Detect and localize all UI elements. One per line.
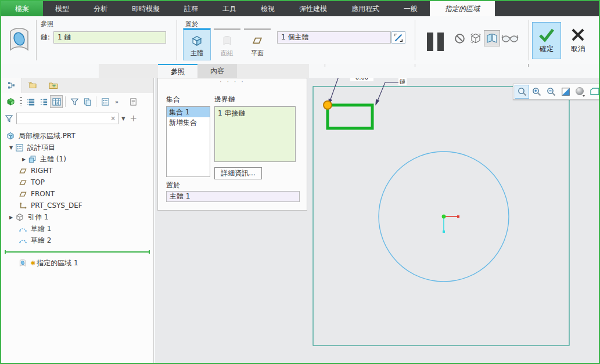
boundary-chain-collector[interactable]: 1 串接鏈: [214, 106, 296, 162]
favorites-tab[interactable]: [43, 78, 64, 93]
toolbar-handle[interactable]: [20, 97, 22, 106]
model-tree-icon: [7, 81, 16, 90]
chain-annotation-label[interactable]: 鏈: [398, 78, 407, 85]
expand-expander-icon[interactable]: ▶: [20, 157, 28, 162]
collapse-expander-icon[interactable]: ▼: [7, 145, 15, 150]
tree-settings-button[interactable]: [127, 95, 139, 108]
tree-filter-row: ✕ ▼ +: [1, 110, 153, 127]
menu-tab-view[interactable]: 檢視: [249, 1, 287, 16]
zoom-region-button[interactable]: [515, 85, 529, 99]
verify-glasses-icon[interactable]: [500, 30, 520, 46]
repaint-button[interactable]: [558, 85, 573, 99]
menubar: 檔案 模型 分析 即時模擬 註釋 工具 檢視 彈性建模 應用程式 一般 指定的區…: [1, 1, 599, 16]
saved-views-icon: [590, 87, 600, 97]
tree-item-extrude[interactable]: ▶ 引伸 1: [1, 211, 153, 223]
cancel-button[interactable]: 取消: [563, 22, 592, 59]
no-preview-icon[interactable]: [451, 30, 468, 46]
model-tree-tab[interactable]: [1, 78, 22, 93]
insert-here-indicator[interactable]: [5, 251, 150, 253]
sketch-outline-border: [313, 87, 569, 345]
reference-group-label: 參照: [41, 20, 53, 28]
expand-expander-icon[interactable]: ▶: [7, 215, 15, 220]
tree-item-design-items[interactable]: ▼ 設計項目: [1, 142, 153, 153]
tab-references[interactable]: 參照: [158, 64, 197, 78]
shaded-sphere-icon: [574, 86, 586, 98]
datum-plane-icon: [19, 190, 27, 199]
tree-columns-button[interactable]: [50, 95, 63, 108]
menu-tab-file[interactable]: 檔案: [1, 1, 43, 16]
selected-vertex[interactable]: [324, 101, 332, 109]
tree-item-designated-area[interactable]: ✱ 指定的區域 1: [1, 257, 153, 269]
tab-properties[interactable]: 內容: [197, 64, 237, 78]
panel-drag-handle[interactable]: · · · ·: [158, 78, 307, 85]
attached-preview-icon[interactable]: [484, 30, 500, 46]
placement-collector-field[interactable]: 1 個主體: [277, 31, 391, 44]
saved-views-button[interactable]: [587, 85, 600, 99]
model-display-button[interactable]: [5, 95, 17, 108]
folder-browser-tab[interactable]: [22, 78, 43, 93]
tree-search-input[interactable]: [16, 113, 118, 124]
clear-search-icon[interactable]: ✕: [110, 115, 116, 122]
menu-tab-analysis[interactable]: 分析: [81, 1, 120, 16]
selected-region-rectangle[interactable]: [328, 105, 372, 128]
ok-button[interactable]: 確定: [532, 22, 561, 59]
menu-tab-general[interactable]: 一般: [391, 1, 430, 16]
menu-tab-applications[interactable]: 應用程式: [339, 1, 391, 16]
new-feature-asterisk: ✱: [30, 260, 35, 267]
pause-button[interactable]: [427, 33, 444, 51]
group-separator-tick: [528, 64, 529, 67]
tab-indicator: [214, 28, 240, 30]
boundary-chain-label: 邊界鏈: [214, 95, 235, 104]
toolbar-overflow-button[interactable]: »: [115, 99, 118, 105]
set-list-item-selected[interactable]: 集合 1: [167, 107, 210, 117]
green-cube-icon: [6, 97, 16, 106]
zoom-out-button[interactable]: [544, 85, 558, 99]
placement-value-field[interactable]: 主體 1: [166, 191, 300, 202]
copy-tree-button[interactable]: [81, 95, 94, 108]
tree-item-bodies[interactable]: ▶ 主體 (1): [1, 153, 153, 165]
sets-list: 集合 1 新增集合: [166, 106, 210, 177]
dashboard-tab-band: 參照 內容: [1, 64, 599, 78]
menu-tab-annotate[interactable]: 註釋: [172, 1, 210, 16]
dimension-label[interactable]: 0.00: [350, 78, 373, 81]
ribbon: 參照 鏈: 1 鏈 置於 主體 面組 平面: [1, 16, 599, 64]
set-list-item-new[interactable]: 新增集合: [167, 117, 210, 128]
details-button[interactable]: 詳細資訊...: [214, 167, 262, 179]
expand-all-icon: [27, 98, 35, 106]
x-icon: [571, 27, 585, 42]
add-filter-button[interactable]: +: [130, 113, 137, 124]
chain-collector-field[interactable]: 1 鏈: [53, 31, 166, 44]
menu-tab-flexible-modeling[interactable]: 彈性建模: [287, 1, 339, 16]
quilt-icon: [221, 33, 233, 49]
designated-area-icon: [19, 258, 27, 268]
ribbon-separator: [529, 20, 529, 60]
placement-label: 置於: [166, 181, 180, 190]
detached-preview-icon[interactable]: [468, 30, 484, 46]
menu-tab-designated-area-active[interactable]: 指定的區域: [430, 1, 495, 16]
model-tree: 局部標示區域.PRT ▼ 設計項目 ▶ 主體 (1) RIGHT TOP: [1, 130, 153, 269]
collapse-all-button[interactable]: [37, 95, 50, 108]
chain-label: 鏈:: [41, 33, 50, 42]
menu-tab-live-simulation[interactable]: 即時模擬: [120, 1, 172, 16]
tree-item-csys[interactable]: PRT_CSYS_DEF: [1, 200, 153, 211]
search-dropdown-icon[interactable]: ▼: [121, 116, 125, 121]
placement-option-plane[interactable]: 平面: [243, 28, 271, 60]
tree-item-front-plane[interactable]: FRONT: [1, 188, 153, 200]
menu-tab-tools[interactable]: 工具: [210, 1, 249, 16]
tree-filters-button[interactable]: [68, 95, 81, 108]
show-list-button[interactable]: [99, 95, 112, 108]
menu-tab-model[interactable]: 模型: [43, 1, 81, 16]
tree-item-sketch-1[interactable]: 草繪 1: [1, 223, 153, 235]
csys-marker: [442, 215, 459, 233]
tree-item-sketch-2[interactable]: 草繪 2: [1, 235, 153, 246]
zoom-in-button[interactable]: [529, 85, 544, 99]
collapse-all-icon: [39, 98, 48, 106]
tree-item-right-plane[interactable]: RIGHT: [1, 165, 153, 176]
tree-item-part[interactable]: 局部標示區域.PRT: [1, 130, 153, 142]
expand-all-button[interactable]: [24, 95, 37, 108]
display-style-button[interactable]: [573, 85, 587, 99]
tree-item-top-plane[interactable]: TOP: [1, 176, 153, 188]
collector-resize-button[interactable]: [391, 31, 405, 44]
placement-option-body[interactable]: 主體: [183, 28, 211, 60]
zoom-in-icon: [531, 87, 542, 97]
